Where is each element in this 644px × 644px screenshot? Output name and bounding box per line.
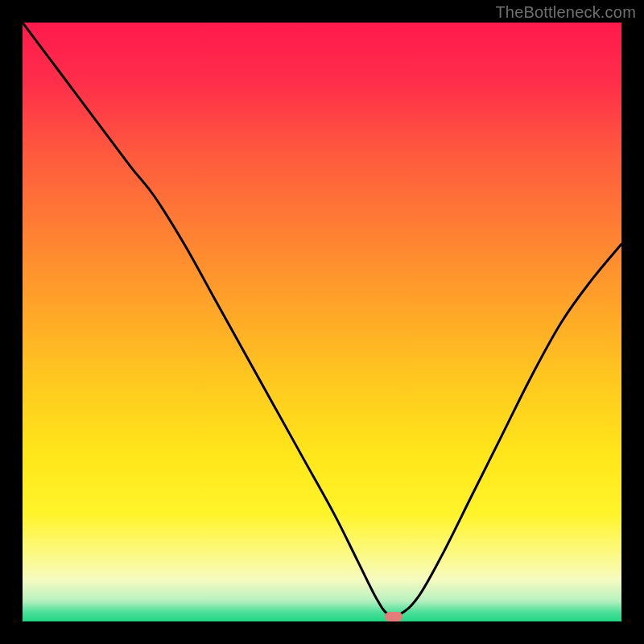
gradient-background [23,23,621,621]
attribution-watermark: TheBottleneck.com [495,3,636,22]
plot-area [23,23,621,621]
chart-frame: TheBottleneck.com [0,0,644,644]
minimum-marker [385,612,402,621]
chart-svg [23,23,621,621]
